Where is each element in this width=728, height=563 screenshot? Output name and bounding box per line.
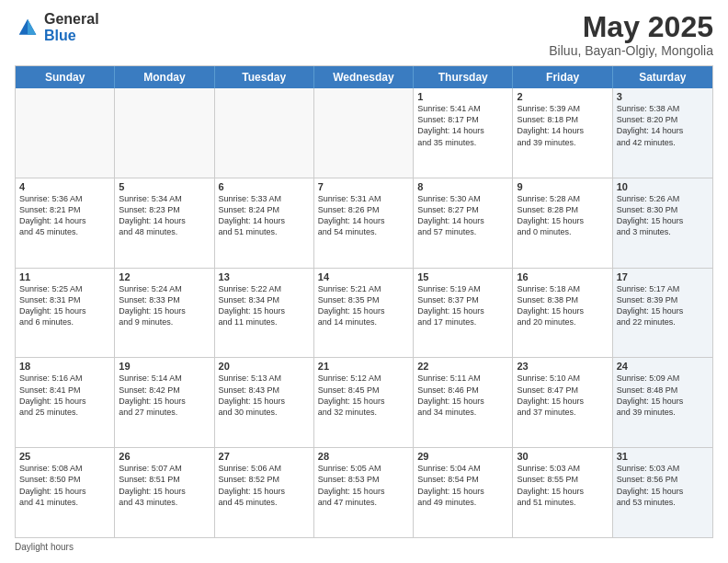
day-number: 28 bbox=[318, 451, 409, 462]
logo-blue: Blue bbox=[44, 28, 99, 44]
header-day-tuesday: Tuesday bbox=[215, 66, 314, 88]
day-number: 19 bbox=[119, 361, 210, 372]
day-number: 31 bbox=[617, 451, 709, 462]
header-day-saturday: Saturday bbox=[613, 66, 712, 88]
cal-cell: 22Sunrise: 5:11 AM Sunset: 8:46 PM Dayli… bbox=[414, 358, 513, 447]
cal-cell: 31Sunrise: 5:03 AM Sunset: 8:56 PM Dayli… bbox=[613, 448, 712, 537]
cal-cell: 2Sunrise: 5:39 AM Sunset: 8:18 PM Daylig… bbox=[513, 88, 612, 178]
day-info: Sunrise: 5:12 AM Sunset: 8:45 PM Dayligh… bbox=[318, 373, 409, 418]
cal-cell: 18Sunrise: 5:16 AM Sunset: 8:41 PM Dayli… bbox=[16, 358, 115, 447]
cal-week-2: 4Sunrise: 5:36 AM Sunset: 8:21 PM Daylig… bbox=[16, 178, 712, 269]
cal-cell: 8Sunrise: 5:30 AM Sunset: 8:27 PM Daylig… bbox=[414, 178, 513, 268]
day-number: 20 bbox=[219, 361, 310, 372]
day-number: 4 bbox=[19, 181, 110, 192]
cal-cell: 21Sunrise: 5:12 AM Sunset: 8:45 PM Dayli… bbox=[314, 358, 414, 447]
day-info: Sunrise: 5:07 AM Sunset: 8:51 PM Dayligh… bbox=[119, 463, 210, 508]
day-number: 14 bbox=[318, 271, 409, 282]
cal-cell: 19Sunrise: 5:14 AM Sunset: 8:42 PM Dayli… bbox=[115, 358, 214, 447]
cal-cell: 25Sunrise: 5:08 AM Sunset: 8:50 PM Dayli… bbox=[16, 448, 115, 537]
cal-week-1: 1Sunrise: 5:41 AM Sunset: 8:17 PM Daylig… bbox=[16, 88, 712, 178]
day-info: Sunrise: 5:30 AM Sunset: 8:27 PM Dayligh… bbox=[417, 193, 508, 238]
footer-note: Daylight hours bbox=[15, 542, 713, 552]
cal-cell: 6Sunrise: 5:33 AM Sunset: 8:24 PM Daylig… bbox=[215, 178, 314, 268]
logo-general: General bbox=[44, 11, 99, 28]
day-number: 29 bbox=[417, 451, 508, 462]
day-number: 5 bbox=[119, 181, 210, 192]
cal-cell: 28Sunrise: 5:05 AM Sunset: 8:53 PM Dayli… bbox=[314, 448, 414, 537]
day-info: Sunrise: 5:14 AM Sunset: 8:42 PM Dayligh… bbox=[119, 373, 210, 418]
day-info: Sunrise: 5:22 AM Sunset: 8:34 PM Dayligh… bbox=[219, 283, 310, 328]
day-info: Sunrise: 5:10 AM Sunset: 8:47 PM Dayligh… bbox=[517, 373, 608, 418]
cal-cell bbox=[215, 88, 314, 178]
cal-cell: 1Sunrise: 5:41 AM Sunset: 8:17 PM Daylig… bbox=[414, 88, 513, 178]
cal-cell: 20Sunrise: 5:13 AM Sunset: 8:43 PM Dayli… bbox=[215, 358, 314, 447]
cal-cell: 11Sunrise: 5:25 AM Sunset: 8:31 PM Dayli… bbox=[16, 269, 115, 358]
cal-cell: 3Sunrise: 5:38 AM Sunset: 8:20 PM Daylig… bbox=[613, 88, 712, 178]
calendar-title: May 2025 bbox=[549, 11, 713, 43]
day-number: 17 bbox=[617, 271, 709, 282]
day-info: Sunrise: 5:38 AM Sunset: 8:20 PM Dayligh… bbox=[617, 103, 709, 148]
day-info: Sunrise: 5:41 AM Sunset: 8:17 PM Dayligh… bbox=[417, 103, 508, 148]
cal-cell: 23Sunrise: 5:10 AM Sunset: 8:47 PM Dayli… bbox=[513, 358, 612, 447]
svg-marker-1 bbox=[28, 18, 36, 34]
cal-cell: 7Sunrise: 5:31 AM Sunset: 8:26 PM Daylig… bbox=[314, 178, 414, 268]
day-number: 18 bbox=[19, 361, 110, 372]
day-info: Sunrise: 5:09 AM Sunset: 8:48 PM Dayligh… bbox=[617, 373, 709, 418]
day-info: Sunrise: 5:06 AM Sunset: 8:52 PM Dayligh… bbox=[219, 463, 310, 508]
header: General Blue May 2025 Biluu, Bayan-Olgiy… bbox=[15, 11, 713, 58]
logo-icon bbox=[15, 15, 40, 40]
cal-cell: 15Sunrise: 5:19 AM Sunset: 8:37 PM Dayli… bbox=[414, 269, 513, 358]
cal-week-5: 25Sunrise: 5:08 AM Sunset: 8:50 PM Dayli… bbox=[16, 448, 712, 537]
day-number: 2 bbox=[517, 91, 608, 102]
day-number: 12 bbox=[119, 271, 210, 282]
day-number: 27 bbox=[219, 451, 310, 462]
day-info: Sunrise: 5:17 AM Sunset: 8:39 PM Dayligh… bbox=[617, 283, 709, 328]
day-number: 25 bbox=[19, 451, 110, 462]
calendar: SundayMondayTuesdayWednesdayThursdayFrid… bbox=[15, 65, 713, 538]
day-info: Sunrise: 5:25 AM Sunset: 8:31 PM Dayligh… bbox=[19, 283, 110, 328]
cal-cell: 12Sunrise: 5:24 AM Sunset: 8:33 PM Dayli… bbox=[115, 269, 214, 358]
day-info: Sunrise: 5:33 AM Sunset: 8:24 PM Dayligh… bbox=[219, 193, 310, 238]
cal-cell bbox=[314, 88, 414, 178]
header-day-wednesday: Wednesday bbox=[314, 66, 414, 88]
calendar-body: 1Sunrise: 5:41 AM Sunset: 8:17 PM Daylig… bbox=[16, 88, 712, 537]
cal-cell: 26Sunrise: 5:07 AM Sunset: 8:51 PM Dayli… bbox=[115, 448, 214, 537]
day-number: 30 bbox=[517, 451, 608, 462]
day-number: 1 bbox=[417, 91, 508, 102]
cal-cell: 5Sunrise: 5:34 AM Sunset: 8:23 PM Daylig… bbox=[115, 178, 214, 268]
day-number: 10 bbox=[617, 181, 709, 192]
header-day-sunday: Sunday bbox=[16, 66, 115, 88]
day-number: 24 bbox=[617, 361, 709, 372]
cal-cell: 27Sunrise: 5:06 AM Sunset: 8:52 PM Dayli… bbox=[215, 448, 314, 537]
day-info: Sunrise: 5:28 AM Sunset: 8:28 PM Dayligh… bbox=[517, 193, 608, 238]
day-info: Sunrise: 5:16 AM Sunset: 8:41 PM Dayligh… bbox=[19, 373, 110, 418]
cal-cell: 17Sunrise: 5:17 AM Sunset: 8:39 PM Dayli… bbox=[613, 269, 712, 358]
day-info: Sunrise: 5:21 AM Sunset: 8:35 PM Dayligh… bbox=[318, 283, 409, 328]
title-block: May 2025 Biluu, Bayan-Olgiy, Mongolia bbox=[549, 11, 713, 58]
day-info: Sunrise: 5:31 AM Sunset: 8:26 PM Dayligh… bbox=[318, 193, 409, 238]
cal-cell bbox=[16, 88, 115, 178]
day-info: Sunrise: 5:34 AM Sunset: 8:23 PM Dayligh… bbox=[119, 193, 210, 238]
day-info: Sunrise: 5:19 AM Sunset: 8:37 PM Dayligh… bbox=[417, 283, 508, 328]
logo: General Blue bbox=[15, 11, 99, 43]
day-number: 23 bbox=[517, 361, 608, 372]
calendar-header: SundayMondayTuesdayWednesdayThursdayFrid… bbox=[16, 66, 712, 88]
cal-cell bbox=[115, 88, 214, 178]
day-number: 21 bbox=[318, 361, 409, 372]
cal-cell: 14Sunrise: 5:21 AM Sunset: 8:35 PM Dayli… bbox=[314, 269, 414, 358]
cal-cell: 9Sunrise: 5:28 AM Sunset: 8:28 PM Daylig… bbox=[513, 178, 612, 268]
day-info: Sunrise: 5:39 AM Sunset: 8:18 PM Dayligh… bbox=[517, 103, 608, 148]
header-day-friday: Friday bbox=[513, 66, 612, 88]
header-day-monday: Monday bbox=[115, 66, 214, 88]
cal-cell: 30Sunrise: 5:03 AM Sunset: 8:55 PM Dayli… bbox=[513, 448, 612, 537]
day-info: Sunrise: 5:05 AM Sunset: 8:53 PM Dayligh… bbox=[318, 463, 409, 508]
cal-week-3: 11Sunrise: 5:25 AM Sunset: 8:31 PM Dayli… bbox=[16, 269, 712, 359]
day-number: 7 bbox=[318, 181, 409, 192]
day-number: 16 bbox=[517, 271, 608, 282]
day-info: Sunrise: 5:18 AM Sunset: 8:38 PM Dayligh… bbox=[517, 283, 608, 328]
day-number: 9 bbox=[517, 181, 608, 192]
cal-cell: 24Sunrise: 5:09 AM Sunset: 8:48 PM Dayli… bbox=[613, 358, 712, 447]
day-info: Sunrise: 5:36 AM Sunset: 8:21 PM Dayligh… bbox=[19, 193, 110, 238]
header-day-thursday: Thursday bbox=[414, 66, 513, 88]
day-number: 11 bbox=[19, 271, 110, 282]
